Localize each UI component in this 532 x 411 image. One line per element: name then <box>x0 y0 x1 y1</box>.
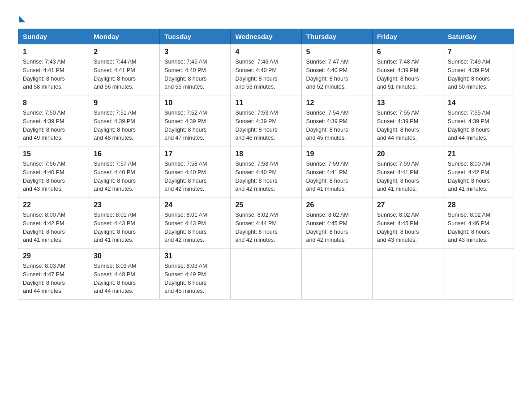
day-number: 4 <box>235 48 296 56</box>
day-number: 31 <box>164 252 226 260</box>
day-number: 3 <box>164 48 226 56</box>
day-info: Sunrise: 7:58 AM Sunset: 4:40 PM Dayligh… <box>235 160 296 193</box>
calendar-cell: 2 Sunrise: 7:44 AM Sunset: 4:41 PM Dayli… <box>89 44 160 95</box>
calendar-cell: 25 Sunrise: 8:02 AM Sunset: 4:44 PM Dayl… <box>231 197 301 248</box>
day-info: Sunrise: 8:03 AM Sunset: 4:49 PM Dayligh… <box>164 262 226 295</box>
calendar-cell: 21 Sunrise: 8:00 AM Sunset: 4:42 PM Dayl… <box>443 146 514 197</box>
calendar-cell: 17 Sunrise: 7:58 AM Sunset: 4:40 PM Dayl… <box>160 146 231 197</box>
day-info: Sunrise: 8:00 AM Sunset: 4:42 PM Dayligh… <box>23 211 84 244</box>
calendar-cell <box>231 248 301 300</box>
header-friday: Friday <box>372 29 443 44</box>
day-number: 7 <box>448 48 509 56</box>
day-info: Sunrise: 7:46 AM Sunset: 4:40 PM Dayligh… <box>235 58 296 91</box>
day-info: Sunrise: 8:01 AM Sunset: 4:43 PM Dayligh… <box>164 211 226 244</box>
calendar-cell: 30 Sunrise: 8:03 AM Sunset: 4:48 PM Dayl… <box>89 248 160 300</box>
header-monday: Monday <box>89 29 160 44</box>
day-info: Sunrise: 7:58 AM Sunset: 4:40 PM Dayligh… <box>164 160 226 193</box>
day-info: Sunrise: 7:48 AM Sunset: 4:39 PM Dayligh… <box>377 58 438 91</box>
day-number: 20 <box>377 150 438 158</box>
day-info: Sunrise: 8:00 AM Sunset: 4:42 PM Dayligh… <box>448 160 509 193</box>
calendar-cell: 11 Sunrise: 7:53 AM Sunset: 4:39 PM Dayl… <box>231 95 301 146</box>
calendar-cell: 20 Sunrise: 7:59 AM Sunset: 4:41 PM Dayl… <box>372 146 443 197</box>
day-number: 13 <box>377 99 438 107</box>
calendar-cell: 4 Sunrise: 7:46 AM Sunset: 4:40 PM Dayli… <box>231 44 301 95</box>
calendar-cell: 31 Sunrise: 8:03 AM Sunset: 4:49 PM Dayl… <box>160 248 231 300</box>
calendar-cell: 13 Sunrise: 7:55 AM Sunset: 4:39 PM Dayl… <box>372 95 443 146</box>
day-number: 1 <box>23 48 84 56</box>
calendar-header-row: SundayMondayTuesdayWednesdayThursdayFrid… <box>18 29 514 44</box>
calendar-week-4: 22 Sunrise: 8:00 AM Sunset: 4:42 PM Dayl… <box>18 197 514 248</box>
day-number: 10 <box>164 99 226 107</box>
calendar-cell: 26 Sunrise: 8:02 AM Sunset: 4:45 PM Dayl… <box>301 197 372 248</box>
calendar-cell: 23 Sunrise: 8:01 AM Sunset: 4:43 PM Dayl… <box>89 197 160 248</box>
day-number: 27 <box>377 201 438 209</box>
calendar-cell: 10 Sunrise: 7:52 AM Sunset: 4:39 PM Dayl… <box>160 95 231 146</box>
day-number: 24 <box>164 201 226 209</box>
day-info: Sunrise: 8:02 AM Sunset: 4:45 PM Dayligh… <box>377 211 438 244</box>
day-info: Sunrise: 8:03 AM Sunset: 4:48 PM Dayligh… <box>94 262 155 295</box>
day-info: Sunrise: 7:51 AM Sunset: 4:39 PM Dayligh… <box>94 109 155 142</box>
day-info: Sunrise: 7:57 AM Sunset: 4:40 PM Dayligh… <box>94 160 155 193</box>
day-info: Sunrise: 7:45 AM Sunset: 4:40 PM Dayligh… <box>164 58 226 91</box>
calendar-week-5: 29 Sunrise: 8:03 AM Sunset: 4:47 PM Dayl… <box>18 248 514 300</box>
day-info: Sunrise: 8:01 AM Sunset: 4:43 PM Dayligh… <box>94 211 155 244</box>
day-info: Sunrise: 7:55 AM Sunset: 4:39 PM Dayligh… <box>377 109 438 142</box>
day-info: Sunrise: 7:43 AM Sunset: 4:41 PM Dayligh… <box>23 58 84 91</box>
day-number: 29 <box>23 252 84 260</box>
calendar-week-1: 1 Sunrise: 7:43 AM Sunset: 4:41 PM Dayli… <box>18 44 514 95</box>
day-number: 23 <box>94 201 155 209</box>
calendar-cell <box>372 248 443 300</box>
day-number: 2 <box>94 48 155 56</box>
page-header <box>18 13 514 20</box>
day-number: 25 <box>235 201 296 209</box>
day-number: 18 <box>235 150 296 158</box>
calendar-cell: 1 Sunrise: 7:43 AM Sunset: 4:41 PM Dayli… <box>18 44 89 95</box>
day-number: 9 <box>94 99 155 107</box>
calendar-cell <box>443 248 514 300</box>
day-number: 16 <box>94 150 155 158</box>
calendar-week-2: 8 Sunrise: 7:50 AM Sunset: 4:39 PM Dayli… <box>18 95 514 146</box>
day-number: 14 <box>448 99 509 107</box>
calendar-cell: 7 Sunrise: 7:49 AM Sunset: 4:39 PM Dayli… <box>443 44 514 95</box>
day-info: Sunrise: 7:49 AM Sunset: 4:39 PM Dayligh… <box>448 58 509 91</box>
header-saturday: Saturday <box>443 29 514 44</box>
day-info: Sunrise: 8:03 AM Sunset: 4:47 PM Dayligh… <box>23 262 84 295</box>
day-number: 17 <box>164 150 226 158</box>
calendar-cell: 6 Sunrise: 7:48 AM Sunset: 4:39 PM Dayli… <box>372 44 443 95</box>
day-info: Sunrise: 7:54 AM Sunset: 4:39 PM Dayligh… <box>306 109 368 142</box>
day-number: 11 <box>235 99 296 107</box>
calendar-cell: 19 Sunrise: 7:59 AM Sunset: 4:41 PM Dayl… <box>301 146 372 197</box>
calendar-cell: 16 Sunrise: 7:57 AM Sunset: 4:40 PM Dayl… <box>89 146 160 197</box>
header-tuesday: Tuesday <box>160 29 231 44</box>
day-number: 8 <box>23 99 84 107</box>
day-number: 22 <box>23 201 84 209</box>
calendar-week-3: 15 Sunrise: 7:56 AM Sunset: 4:40 PM Dayl… <box>18 146 514 197</box>
day-info: Sunrise: 7:59 AM Sunset: 4:41 PM Dayligh… <box>306 160 368 193</box>
day-number: 6 <box>377 48 438 56</box>
day-number: 30 <box>94 252 155 260</box>
calendar-cell: 3 Sunrise: 7:45 AM Sunset: 4:40 PM Dayli… <box>160 44 231 95</box>
calendar-cell: 29 Sunrise: 8:03 AM Sunset: 4:47 PM Dayl… <box>18 248 89 300</box>
day-info: Sunrise: 7:59 AM Sunset: 4:41 PM Dayligh… <box>377 160 438 193</box>
header-wednesday: Wednesday <box>231 29 301 44</box>
day-info: Sunrise: 7:55 AM Sunset: 4:39 PM Dayligh… <box>448 109 509 142</box>
day-info: Sunrise: 7:50 AM Sunset: 4:39 PM Dayligh… <box>23 109 84 142</box>
day-number: 21 <box>448 150 509 158</box>
calendar-cell: 9 Sunrise: 7:51 AM Sunset: 4:39 PM Dayli… <box>89 95 160 146</box>
calendar-cell: 12 Sunrise: 7:54 AM Sunset: 4:39 PM Dayl… <box>301 95 372 146</box>
calendar-table: SundayMondayTuesdayWednesdayThursdayFrid… <box>18 29 514 300</box>
header-sunday: Sunday <box>18 29 89 44</box>
header-thursday: Thursday <box>301 29 372 44</box>
calendar-cell: 24 Sunrise: 8:01 AM Sunset: 4:43 PM Dayl… <box>160 197 231 248</box>
day-info: Sunrise: 7:47 AM Sunset: 4:40 PM Dayligh… <box>306 58 368 91</box>
calendar-cell: 22 Sunrise: 8:00 AM Sunset: 4:42 PM Dayl… <box>18 197 89 248</box>
day-info: Sunrise: 7:44 AM Sunset: 4:41 PM Dayligh… <box>94 58 155 91</box>
calendar-cell: 15 Sunrise: 7:56 AM Sunset: 4:40 PM Dayl… <box>18 146 89 197</box>
day-number: 19 <box>306 150 368 158</box>
logo <box>18 13 26 20</box>
calendar-cell: 5 Sunrise: 7:47 AM Sunset: 4:40 PM Dayli… <box>301 44 372 95</box>
calendar-cell: 8 Sunrise: 7:50 AM Sunset: 4:39 PM Dayli… <box>18 95 89 146</box>
day-info: Sunrise: 8:02 AM Sunset: 4:46 PM Dayligh… <box>448 211 509 244</box>
calendar-cell: 14 Sunrise: 7:55 AM Sunset: 4:39 PM Dayl… <box>443 95 514 146</box>
logo-triangle-icon <box>19 16 26 22</box>
